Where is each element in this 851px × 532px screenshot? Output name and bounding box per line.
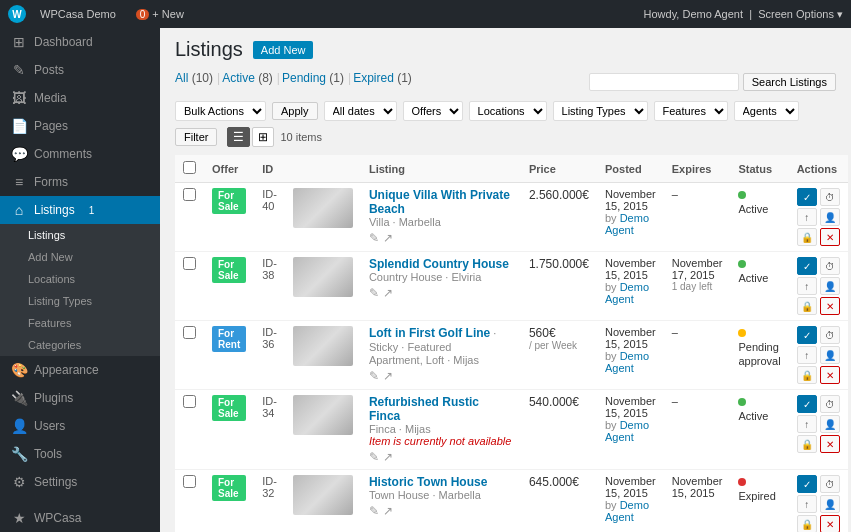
all-dates-select[interactable]: All dates xyxy=(324,101,397,121)
submenu-item-add-new[interactable]: Add New xyxy=(0,246,160,268)
submenu-item-listing-types[interactable]: Listing Types xyxy=(0,290,160,312)
view-icon[interactable]: ↗ xyxy=(383,286,393,300)
up-action-button[interactable]: ↑ xyxy=(797,346,817,364)
submenu-item-categories[interactable]: Categories xyxy=(0,334,160,356)
clock-action-button[interactable]: ⏱ xyxy=(820,395,840,413)
clock-action-button[interactable]: ⏱ xyxy=(820,257,840,275)
expires-date: – xyxy=(672,395,723,407)
delete-action-button[interactable]: ✕ xyxy=(820,515,840,532)
tab-expired[interactable]: Expired (1) xyxy=(353,71,412,85)
submenu-item-locations[interactable]: Locations xyxy=(0,268,160,290)
listing-title-link[interactable]: Refurbished Rustic Finca xyxy=(369,395,479,423)
view-icon[interactable]: ↗ xyxy=(383,369,393,383)
offers-select[interactable]: Offers xyxy=(403,101,463,121)
check-action-button[interactable]: ✓ xyxy=(797,257,817,275)
delete-action-button[interactable]: ✕ xyxy=(820,228,840,246)
listing-title-link[interactable]: Loft in First Golf Line xyxy=(369,326,490,340)
submenu-item-listings[interactable]: Listings xyxy=(0,224,160,246)
sidebar-item-media[interactable]: 🖼 Media xyxy=(0,84,160,112)
search-input[interactable] xyxy=(589,73,739,91)
sidebar-item-plugins[interactable]: 🔌 Plugins xyxy=(0,384,160,412)
person-action-button[interactable]: 👤 xyxy=(820,415,840,433)
sidebar-item-pages[interactable]: 📄 Pages xyxy=(0,112,160,140)
tab-pending[interactable]: Pending (1) xyxy=(282,71,344,85)
listing-title-link[interactable]: Historic Town House xyxy=(369,475,487,489)
agent-link[interactable]: Demo Agent xyxy=(605,499,649,523)
check-action-button[interactable]: ✓ xyxy=(797,188,817,206)
site-name-link[interactable]: WPCasa Demo xyxy=(34,8,122,20)
submenu-item-features[interactable]: Features xyxy=(0,312,160,334)
row-checkbox[interactable] xyxy=(183,475,196,488)
select-all-checkbox[interactable] xyxy=(183,161,196,174)
sidebar-item-dashboard[interactable]: ⊞ Dashboard xyxy=(0,28,160,56)
listing-types-select[interactable]: Listing Types xyxy=(553,101,648,121)
delete-action-button[interactable]: ✕ xyxy=(820,366,840,384)
sidebar-item-wpcasa[interactable]: ★ WPCasa xyxy=(0,504,160,532)
lock-action-button[interactable]: 🔒 xyxy=(797,435,817,453)
new-content-link[interactable]: 0 + New xyxy=(130,8,190,20)
row-checkbox[interactable] xyxy=(183,257,196,270)
features-select[interactable]: Features xyxy=(654,101,728,121)
row-checkbox[interactable] xyxy=(183,326,196,339)
check-action-button[interactable]: ✓ xyxy=(797,475,817,493)
search-listings-button[interactable]: Search Listings xyxy=(743,73,836,91)
up-action-button[interactable]: ↑ xyxy=(797,277,817,295)
check-action-button[interactable]: ✓ xyxy=(797,395,817,413)
person-action-button[interactable]: 👤 xyxy=(820,277,840,295)
view-icon[interactable]: ↗ xyxy=(383,231,393,245)
sidebar-item-label: Users xyxy=(34,419,65,433)
row-checkbox[interactable] xyxy=(183,395,196,408)
up-action-button[interactable]: ↑ xyxy=(797,415,817,433)
sidebar-item-comments[interactable]: 💬 Comments xyxy=(0,140,160,168)
sidebar-item-tools[interactable]: 🔧 Tools xyxy=(0,440,160,468)
listing-title-link[interactable]: Splendid Country House xyxy=(369,257,509,271)
bulk-actions-select[interactable]: Bulk Actions xyxy=(175,101,266,121)
listing-title-link[interactable]: Unique Villa With Private Beach xyxy=(369,188,510,216)
agent-link[interactable]: Demo Agent xyxy=(605,419,649,443)
edit-icon[interactable]: ✎ xyxy=(369,231,379,245)
edit-icon[interactable]: ✎ xyxy=(369,504,379,518)
wp-logo[interactable]: W xyxy=(8,5,26,23)
tab-active[interactable]: Active (8) xyxy=(222,71,273,85)
filter-button[interactable]: Filter xyxy=(175,128,217,146)
agent-link[interactable]: Demo Agent xyxy=(605,281,649,305)
screen-options-btn[interactable]: Screen Options ▾ xyxy=(758,8,843,20)
view-icon[interactable]: ↗ xyxy=(383,450,393,464)
agents-select[interactable]: Agents xyxy=(734,101,799,121)
edit-icon[interactable]: ✎ xyxy=(369,286,379,300)
up-action-button[interactable]: ↑ xyxy=(797,208,817,226)
add-new-button[interactable]: Add New xyxy=(253,41,314,59)
delete-action-button[interactable]: ✕ xyxy=(820,297,840,315)
lock-action-button[interactable]: 🔒 xyxy=(797,515,817,532)
check-action-button[interactable]: ✓ xyxy=(797,326,817,344)
delete-action-button[interactable]: ✕ xyxy=(820,435,840,453)
sidebar-item-appearance[interactable]: 🎨 Appearance xyxy=(0,356,160,384)
list-view-button[interactable]: ☰ xyxy=(227,127,250,147)
view-icon[interactable]: ↗ xyxy=(383,504,393,518)
agent-link[interactable]: Demo Agent xyxy=(605,350,649,374)
sidebar-item-settings[interactable]: ⚙ Settings xyxy=(0,468,160,496)
edit-icon[interactable]: ✎ xyxy=(369,450,379,464)
sidebar-item-users[interactable]: 👤 Users xyxy=(0,412,160,440)
posted-date: November 15, 2015 xyxy=(605,326,656,350)
lock-action-button[interactable]: 🔒 xyxy=(797,228,817,246)
sidebar-item-forms[interactable]: ≡ Forms xyxy=(0,168,160,196)
sidebar-item-listings[interactable]: ⌂ Listings 1 xyxy=(0,196,160,224)
agent-link[interactable]: Demo Agent xyxy=(605,212,649,236)
apply-button[interactable]: Apply xyxy=(272,102,318,120)
clock-action-button[interactable]: ⏱ xyxy=(820,188,840,206)
row-checkbox[interactable] xyxy=(183,188,196,201)
clock-action-button[interactable]: ⏱ xyxy=(820,326,840,344)
grid-view-button[interactable]: ⊞ xyxy=(252,127,274,147)
lock-action-button[interactable]: 🔒 xyxy=(797,297,817,315)
clock-action-button[interactable]: ⏱ xyxy=(820,475,840,493)
person-action-button[interactable]: 👤 xyxy=(820,346,840,364)
edit-icon[interactable]: ✎ xyxy=(369,369,379,383)
tab-all[interactable]: All (10) xyxy=(175,71,213,85)
locations-select[interactable]: Locations xyxy=(469,101,547,121)
sidebar-item-posts[interactable]: ✎ Posts xyxy=(0,56,160,84)
up-action-button[interactable]: ↑ xyxy=(797,495,817,513)
person-action-button[interactable]: 👤 xyxy=(820,208,840,226)
lock-action-button[interactable]: 🔒 xyxy=(797,366,817,384)
person-action-button[interactable]: 👤 xyxy=(820,495,840,513)
